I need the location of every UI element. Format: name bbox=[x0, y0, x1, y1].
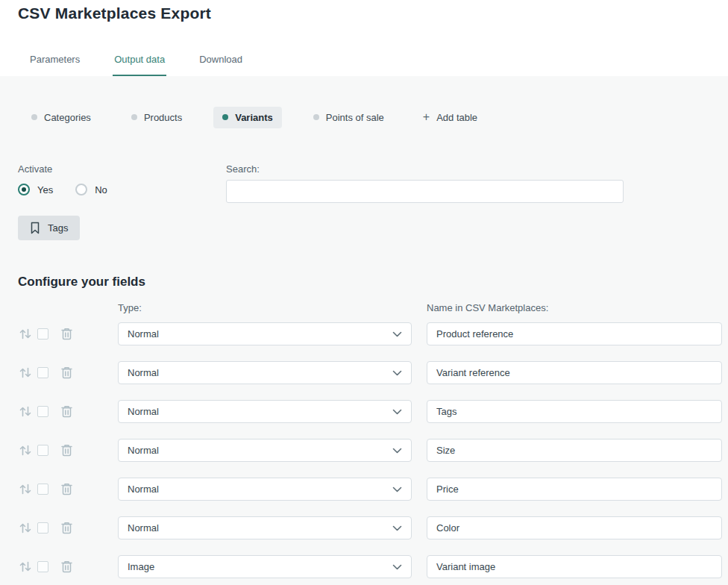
type-column-label: Type: bbox=[118, 302, 142, 313]
field-row: Normal bbox=[0, 478, 728, 516]
row-checkbox[interactable] bbox=[37, 328, 48, 340]
radio-no[interactable]: No bbox=[75, 184, 107, 195]
field-name-input[interactable] bbox=[427, 322, 722, 345]
trash-icon[interactable] bbox=[60, 366, 73, 380]
field-type-value: Normal bbox=[128, 367, 159, 378]
name-column-label: Name in CSV Marketplaces: bbox=[427, 302, 548, 313]
field-type-select[interactable]: Normal bbox=[118, 361, 412, 384]
bookmark-icon bbox=[30, 222, 40, 234]
field-type-value: Normal bbox=[128, 445, 159, 456]
field-name-input[interactable] bbox=[427, 439, 722, 462]
field-type-select[interactable]: Image bbox=[118, 555, 412, 578]
field-row: Normal bbox=[0, 322, 728, 361]
table-pill-variants[interactable]: Variants bbox=[213, 107, 282, 128]
reorder-icon[interactable] bbox=[19, 560, 33, 574]
table-pill-points-of-sale[interactable]: Points of sale bbox=[304, 107, 393, 128]
radio-yes[interactable]: Yes bbox=[18, 184, 53, 195]
reorder-icon[interactable] bbox=[19, 404, 33, 419]
field-type-value: Normal bbox=[128, 484, 159, 495]
csv-marketplaces-export-page: CSV Marketplaces Export Parameters Outpu… bbox=[0, 0, 728, 585]
table-pill-label: Products bbox=[144, 112, 182, 123]
trash-icon[interactable] bbox=[60, 443, 73, 457]
field-type-value: Normal bbox=[128, 328, 159, 340]
add-table-button[interactable]: + Add table bbox=[415, 106, 485, 128]
tags-button[interactable]: Tags bbox=[18, 216, 80, 240]
tab-parameters[interactable]: Parameters bbox=[28, 48, 81, 76]
field-type-select[interactable]: Normal bbox=[118, 400, 412, 423]
add-table-label: Add table bbox=[436, 112, 477, 123]
radio-unselected-icon bbox=[75, 184, 87, 195]
chevron-down-icon bbox=[392, 448, 402, 454]
tab-download[interactable]: Download bbox=[198, 48, 244, 76]
row-checkbox[interactable] bbox=[37, 367, 48, 378]
page-title: CSV Marketplaces Export bbox=[18, 4, 211, 22]
field-type-select[interactable]: Normal bbox=[118, 516, 412, 539]
chevron-down-icon bbox=[392, 409, 402, 415]
status-dot-icon bbox=[222, 114, 228, 120]
chevron-down-icon bbox=[392, 487, 402, 492]
field-row: Normal bbox=[0, 361, 728, 400]
search-input[interactable] bbox=[226, 180, 624, 203]
row-checkbox[interactable] bbox=[37, 406, 48, 417]
radio-no-label: No bbox=[95, 184, 107, 195]
chevron-down-icon bbox=[392, 370, 402, 376]
reorder-icon[interactable] bbox=[19, 327, 33, 341]
radio-selected-icon bbox=[18, 184, 30, 195]
activate-radio-group: Yes No bbox=[18, 184, 107, 195]
trash-icon[interactable] bbox=[60, 482, 73, 496]
row-checkbox[interactable] bbox=[37, 561, 48, 572]
field-name-input[interactable] bbox=[427, 361, 722, 384]
trash-icon[interactable] bbox=[60, 404, 73, 419]
field-type-select[interactable]: Normal bbox=[118, 478, 412, 501]
status-dot-icon bbox=[313, 114, 319, 120]
status-dot-icon bbox=[131, 114, 137, 120]
radio-yes-label: Yes bbox=[37, 184, 53, 195]
trash-icon[interactable] bbox=[60, 560, 73, 574]
field-type-value: Normal bbox=[128, 406, 159, 417]
reorder-icon[interactable] bbox=[19, 482, 33, 496]
chevron-down-icon bbox=[392, 331, 402, 337]
field-row: Normal bbox=[0, 400, 728, 439]
row-checkbox[interactable] bbox=[37, 484, 48, 495]
reorder-icon[interactable] bbox=[19, 366, 33, 380]
tags-button-label: Tags bbox=[48, 222, 68, 234]
field-row: Normal bbox=[0, 516, 728, 555]
status-dot-icon bbox=[31, 114, 37, 120]
table-pill-label: Variants bbox=[235, 112, 273, 123]
table-selector: Categories Products Variants Points of s… bbox=[22, 106, 485, 128]
chevron-down-icon bbox=[392, 564, 402, 570]
field-row: Normal bbox=[0, 439, 728, 478]
field-name-input[interactable] bbox=[427, 478, 722, 501]
table-pill-label: Categories bbox=[44, 112, 91, 123]
reorder-icon[interactable] bbox=[19, 521, 33, 535]
table-pill-label: Points of sale bbox=[326, 112, 384, 123]
activate-label: Activate bbox=[18, 163, 52, 175]
plus-icon: + bbox=[423, 111, 430, 123]
field-row: Image bbox=[0, 555, 728, 585]
main-tabs: Parameters Output data Download bbox=[28, 48, 244, 76]
field-type-select[interactable]: Normal bbox=[118, 322, 412, 345]
field-type-select[interactable]: Normal bbox=[118, 439, 412, 462]
search-label: Search: bbox=[226, 163, 260, 175]
field-name-input[interactable] bbox=[427, 400, 722, 423]
field-name-input[interactable] bbox=[427, 555, 722, 578]
configure-fields-heading: Configure your fields bbox=[18, 275, 145, 290]
reorder-icon[interactable] bbox=[19, 443, 33, 457]
row-checkbox[interactable] bbox=[37, 522, 48, 534]
page-body: Categories Products Variants Points of s… bbox=[0, 76, 728, 585]
page-header: CSV Marketplaces Export Parameters Outpu… bbox=[0, 0, 728, 76]
chevron-down-icon bbox=[392, 525, 402, 531]
row-checkbox[interactable] bbox=[37, 445, 48, 456]
tab-output-data[interactable]: Output data bbox=[113, 48, 166, 76]
trash-icon[interactable] bbox=[60, 327, 73, 341]
field-name-input[interactable] bbox=[427, 516, 722, 539]
trash-icon[interactable] bbox=[60, 521, 73, 535]
field-type-value: Image bbox=[128, 561, 154, 572]
field-type-value: Normal bbox=[128, 522, 159, 534]
table-pill-products[interactable]: Products bbox=[122, 107, 191, 128]
field-rows: Normal Normal bbox=[0, 322, 728, 585]
table-pill-categories[interactable]: Categories bbox=[22, 107, 100, 128]
